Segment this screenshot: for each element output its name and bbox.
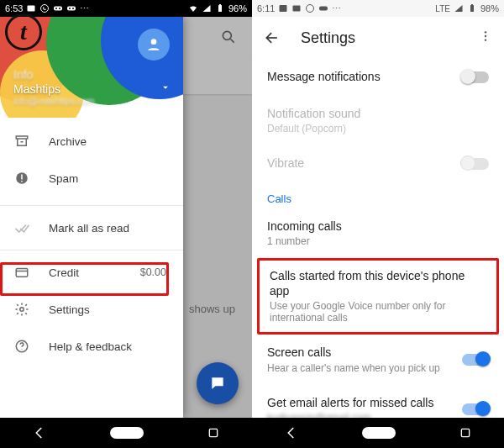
svg-rect-24 (280, 5, 287, 12)
svg-point-19 (20, 308, 24, 312)
gear-icon (13, 301, 30, 318)
sidebar-item-label: Credit (49, 266, 79, 279)
svg-rect-16 (21, 175, 23, 180)
nav-drawer: Info Mashtips info@mashtips.com Archive (0, 17, 183, 418)
phone-right: 6:11 ⋯ LTE 98% Settings (252, 0, 504, 448)
sidebar-item-label: Archive (49, 135, 87, 148)
avatar[interactable] (138, 29, 170, 61)
svg-rect-0 (28, 6, 35, 12)
svg-rect-28 (470, 5, 474, 12)
background-hint-text: shows up (189, 303, 235, 315)
help-icon (13, 338, 30, 355)
sidebar-item-archive[interactable]: Archive (0, 123, 183, 160)
sidebar-item-label: Mark all as read (49, 222, 129, 235)
signal-icon (202, 3, 212, 13)
setting-incoming-calls[interactable]: Incoming calls 1 number (252, 208, 504, 259)
chevron-down-icon[interactable] (160, 82, 171, 93)
svg-rect-29 (471, 4, 473, 5)
svg-point-32 (485, 39, 486, 40)
sidebar-item-settings[interactable]: Settings (0, 291, 183, 328)
svg-point-1 (41, 5, 49, 13)
spam-icon (13, 170, 30, 187)
battery-icon (467, 3, 477, 13)
sidebar-item-spam[interactable]: Spam (0, 160, 183, 197)
settings-header: Settings (252, 17, 504, 59)
account-name: Mashtips (13, 82, 95, 96)
image-icon (278, 3, 288, 13)
signal-icon (454, 3, 464, 13)
toggle-email-alerts[interactable] (462, 403, 489, 415)
svg-rect-8 (218, 5, 222, 12)
voicemail-icon (318, 3, 328, 13)
compose-fab[interactable] (197, 362, 239, 404)
android-navbar (252, 418, 504, 448)
sidebar-item-label: Help & feedback (49, 340, 132, 353)
toggle-screen-calls[interactable] (462, 354, 489, 366)
nav-back[interactable] (284, 425, 299, 440)
page-title: Settings (301, 29, 355, 47)
svg-point-13 (151, 39, 157, 45)
android-navbar (0, 418, 252, 448)
nav-recents[interactable] (459, 426, 472, 440)
setting-message-notifications[interactable]: Message notifications (252, 59, 504, 96)
setting-device-phone-app-calls[interactable]: Calls started from this device's phone a… (260, 261, 496, 332)
wifi-icon (188, 3, 198, 13)
svg-point-3 (55, 8, 57, 9)
sidebar-item-label: Spam (49, 172, 78, 185)
phone-left: 6:53 ⋯ 96% 1 (0, 0, 252, 448)
svg-rect-18 (16, 269, 28, 277)
nav-home[interactable] (110, 427, 144, 439)
svg-rect-34 (462, 429, 470, 436)
nav-home[interactable] (362, 427, 396, 439)
svg-point-26 (307, 5, 314, 13)
svg-rect-9 (219, 4, 221, 5)
section-header-calls: Calls (252, 182, 504, 208)
drawer-scrim[interactable] (183, 17, 252, 418)
svg-rect-25 (293, 6, 301, 12)
account-email: info@mashtips.com (13, 96, 95, 106)
mark-read-icon (13, 219, 30, 236)
svg-point-31 (485, 35, 486, 37)
svg-point-30 (485, 31, 486, 33)
overflow-menu[interactable] (479, 29, 492, 46)
svg-point-7 (72, 8, 74, 9)
status-time: 6:53 (5, 3, 23, 13)
drawer-header[interactable]: Info Mashtips info@mashtips.com (0, 17, 183, 118)
svg-rect-33 (362, 427, 396, 439)
svg-point-21 (21, 349, 22, 350)
svg-rect-17 (21, 181, 23, 182)
svg-rect-27 (319, 7, 328, 11)
battery-text: 98% (480, 3, 499, 13)
battery-icon (215, 3, 225, 13)
setting-screen-calls[interactable]: Screen calls Hear a caller's name when y… (252, 335, 504, 385)
battery-text: 96% (228, 3, 247, 13)
more-icon: ⋯ (80, 3, 89, 14)
nav-recents[interactable] (207, 426, 220, 440)
credit-icon (13, 264, 30, 281)
voicemail-icon (53, 3, 63, 13)
svg-rect-22 (110, 427, 144, 439)
highlight-device-calls: Calls started from this device's phone a… (257, 258, 499, 335)
back-icon[interactable] (264, 29, 281, 46)
svg-rect-2 (54, 7, 62, 11)
voicemail-icon (66, 3, 76, 13)
sidebar-item-help[interactable]: Help & feedback (0, 328, 183, 365)
notif-icon (291, 3, 302, 13)
setting-email-alerts[interactable]: Get email alerts for missed calls kudiya… (252, 385, 504, 419)
status-time: 6:11 (257, 3, 275, 13)
sidebar-item-credit[interactable]: Credit $0.00 (0, 254, 183, 291)
toggle-vibrate (462, 158, 489, 170)
svg-rect-5 (67, 7, 76, 11)
status-bar: 6:11 ⋯ LTE 98% (252, 0, 504, 17)
svg-point-4 (59, 8, 60, 9)
toggle-message-notifications[interactable] (462, 71, 489, 83)
lte-label: LTE (435, 4, 450, 13)
svg-rect-14 (16, 136, 28, 139)
nav-back[interactable] (32, 425, 47, 440)
svg-point-6 (69, 8, 71, 9)
setting-notification-sound: Notification sound Default (Popcorn) (252, 96, 504, 146)
sidebar-item-mark-read[interactable]: Mark all as read (0, 209, 183, 246)
credit-value: $0.00 (140, 266, 170, 278)
notif-icon (26, 3, 36, 13)
setting-vibrate: Vibrate (252, 145, 504, 182)
